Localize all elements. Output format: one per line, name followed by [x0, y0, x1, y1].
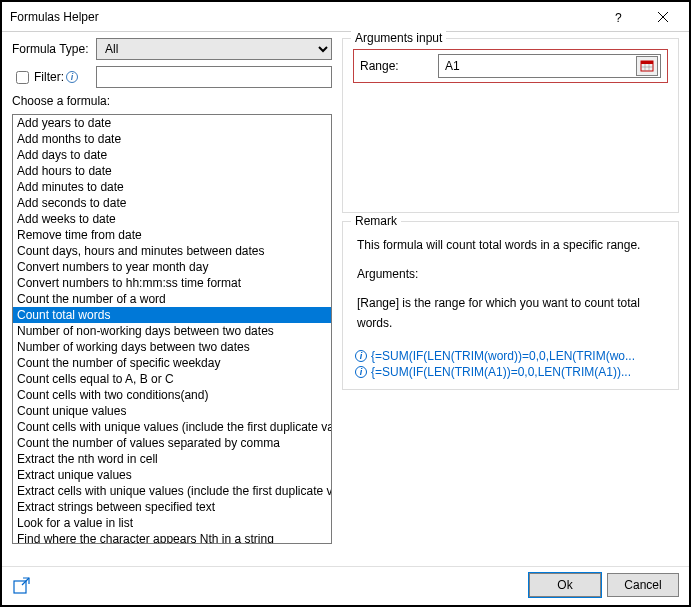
list-item[interactable]: Count unique values	[13, 403, 331, 419]
list-item[interactable]: Count cells with two conditions(and)	[13, 387, 331, 403]
remark-fieldset: Remark This formula will count total wor…	[342, 221, 679, 390]
footer: Ok Cancel	[2, 566, 689, 605]
list-item[interactable]: Add seconds to date	[13, 195, 331, 211]
list-item[interactable]: Count days, hours and minutes between da…	[13, 243, 331, 259]
list-item[interactable]: Count total words	[13, 307, 331, 323]
cancel-button[interactable]: Cancel	[607, 573, 679, 597]
info-icon: i	[355, 350, 367, 362]
list-item[interactable]: Find where the character appears Nth in …	[13, 531, 331, 544]
list-item[interactable]: Look for a value in list	[13, 515, 331, 531]
list-item[interactable]: Add months to date	[13, 131, 331, 147]
formula-type-label: Formula Type:	[12, 42, 92, 56]
info-icon[interactable]: i	[66, 71, 78, 83]
range-picker-button[interactable]	[636, 56, 658, 76]
svg-text:?: ?	[615, 11, 622, 24]
close-button[interactable]	[641, 3, 685, 31]
dialog-window: Formulas Helper ? Formula Type: All	[0, 0, 691, 607]
info-icon: i	[355, 366, 367, 378]
list-item[interactable]: Extract unique values	[13, 467, 331, 483]
list-item[interactable]: Remove time from date	[13, 227, 331, 243]
list-item[interactable]: Extract strings between specified text	[13, 499, 331, 515]
remark-legend: Remark	[351, 214, 401, 228]
choose-formula-label: Choose a formula:	[12, 94, 332, 108]
formula-preview-actual[interactable]: i {=SUM(IF(LEN(TRIM(A1))=0,0,LEN(TRIM(A1…	[353, 365, 668, 379]
popout-icon[interactable]	[12, 575, 32, 595]
arguments-fieldset: Arguments input Range:	[342, 38, 679, 213]
list-item[interactable]: Count cells with unique values (include …	[13, 419, 331, 435]
list-item[interactable]: Count the number of specific weekday	[13, 355, 331, 371]
arguments-legend: Arguments input	[351, 31, 446, 45]
list-item[interactable]: Add years to date	[13, 115, 331, 131]
right-panel: Arguments input Range:	[342, 38, 679, 390]
remark-text: This formula will count total words in a…	[353, 232, 668, 347]
list-item[interactable]: Add weeks to date	[13, 211, 331, 227]
titlebar: Formulas Helper ?	[2, 2, 689, 32]
list-item[interactable]: Convert numbers to hh:mm:ss time format	[13, 275, 331, 291]
list-item[interactable]: Count the number of a word	[13, 291, 331, 307]
range-label: Range:	[360, 59, 430, 73]
list-item[interactable]: Add minutes to date	[13, 179, 331, 195]
list-item[interactable]: Add days to date	[13, 147, 331, 163]
formula-list[interactable]: Add years to dateAdd months to dateAdd d…	[12, 114, 332, 544]
dialog-title: Formulas Helper	[10, 10, 597, 24]
list-item[interactable]: Extract the nth word in cell	[13, 451, 331, 467]
list-item[interactable]: Count cells equal to A, B or C	[13, 371, 331, 387]
left-panel: Formula Type: All Filter: i Choose a for…	[12, 38, 332, 544]
filter-label: Filter:	[34, 70, 64, 84]
ok-button[interactable]: Ok	[529, 573, 601, 597]
filter-checkbox[interactable]	[16, 71, 29, 84]
formula-type-select[interactable]: All	[96, 38, 332, 60]
list-item[interactable]: Add hours to date	[13, 163, 331, 179]
list-item[interactable]: Number of working days between two dates	[13, 339, 331, 355]
formula-preview-generic[interactable]: i {=SUM(IF(LEN(TRIM(word))=0,0,LEN(TRIM(…	[353, 349, 668, 363]
list-item[interactable]: Extract cells with unique values (includ…	[13, 483, 331, 499]
filter-input[interactable]	[96, 66, 332, 88]
range-input[interactable]	[439, 55, 636, 77]
list-item[interactable]: Number of non-working days between two d…	[13, 323, 331, 339]
svg-rect-4	[641, 61, 653, 64]
list-item[interactable]: Convert numbers to year month day	[13, 259, 331, 275]
list-item[interactable]: Count the number of values separated by …	[13, 435, 331, 451]
help-button[interactable]: ?	[597, 3, 641, 31]
